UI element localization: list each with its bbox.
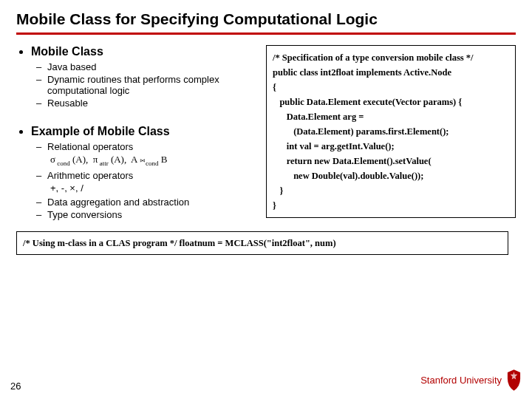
s2-item-2: Arithmetic operators [47, 170, 253, 181]
code-line-9: } [273, 185, 283, 196]
code-box-usage: /* Using m-class in a CLAS program */ fl… [16, 231, 508, 255]
section-heading-2: Example of Mobile Class Relational opera… [31, 125, 253, 220]
code-line-8: new Double(val).double.Value()); [273, 171, 423, 181]
section-1-label: Mobile Class [31, 45, 103, 58]
code-line-2: { [273, 82, 276, 92]
code-line-1: public class int2float implements Active… [273, 67, 451, 78]
arithmetic-ops-expr: +, -, ×, / [31, 183, 253, 194]
s1-item-3: Reusable [47, 98, 253, 109]
code-box-spec: /* Specification of a type conversion mo… [266, 45, 516, 218]
title-underline [16, 33, 516, 35]
usage-comment: /* Using m-class in a CLAS program */ [23, 238, 177, 248]
stanford-logo-icon [506, 369, 522, 392]
footer: 26 Stanford University [0, 369, 532, 392]
right-column: /* Specification of a type conversion mo… [266, 45, 516, 227]
code-line-5: (Data.Element) params.first.Element(); [273, 126, 449, 137]
code-line-4: Data.Element arg = [273, 112, 364, 122]
page-number: 26 [10, 381, 21, 392]
s2-item-3: Data aggregation and abstraction [47, 197, 253, 208]
s1-item-2: Dynamic routines that performs complex c… [47, 74, 253, 96]
s2-item-4: Type conversions [47, 209, 253, 220]
content-columns: Mobile Class Java based Dynamic routines… [16, 45, 516, 227]
code-line-6: int val = arg.getInt.Value(); [273, 141, 395, 151]
usage-line: floatnum = MCLASS("int2float", num) [180, 238, 336, 248]
slide-title: Mobile Class for Specifying Computationa… [16, 10, 516, 28]
code-line-3: public Data.Element execute(Vector param… [273, 97, 462, 107]
s2-item-1: Relational operators [47, 141, 253, 152]
university-label: Stanford University [420, 375, 502, 386]
section-2-label: Example of Mobile Class [31, 125, 170, 137]
relational-ops-expr: σ cond (A), π attr (A), A ⨝cond B [31, 154, 253, 167]
s1-item-1: Java based [47, 61, 253, 72]
left-column: Mobile Class Java based Dynamic routines… [16, 45, 253, 223]
code-line-10: } [273, 200, 276, 211]
section-heading-1: Mobile Class Java based Dynamic routines… [31, 45, 253, 109]
code-comment-1: /* Specification of a type conversion mo… [273, 52, 474, 63]
code-line-7: return new Data.Element().setValue( [273, 156, 432, 166]
